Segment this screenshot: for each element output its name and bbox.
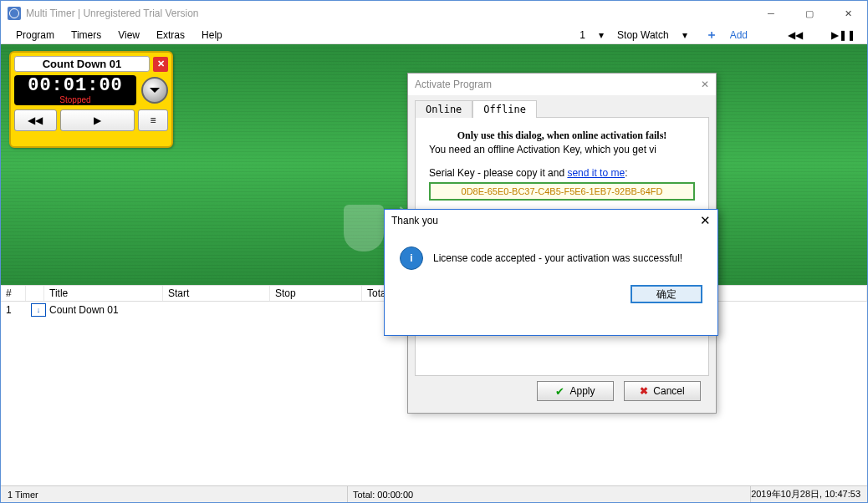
timer-play-button[interactable]: ▶ [60,109,135,131]
menu-extras[interactable]: Extras [148,28,193,43]
info-icon: i [400,246,423,270]
timer-time: 00:01:00 [14,77,136,95]
timer-card[interactable]: Count Down 01 ✕ 00:01:00 Stopped ◀◀ ▶ ≡ [9,51,173,148]
shield-icon [344,205,384,252]
col-header-title[interactable]: Title [44,286,163,301]
status-total: Total: 00:00:00 [348,490,750,500]
instruction-text: You need an offline Activation Key, whic… [429,144,695,155]
timer-menu-button[interactable]: ≡ [138,109,168,131]
timer-knob[interactable] [141,77,168,104]
thankyou-dialog: Thank you ✕ i License code accepted - yo… [384,209,718,336]
mode-selector[interactable]: Stop Watch [612,29,674,41]
activate-dialog-title: Activate Program [415,79,492,90]
warning-text: Only use this dialog, when online activa… [429,130,695,142]
timer-rewind-button[interactable]: ◀◀ [14,109,57,131]
tab-online[interactable]: Online [415,100,472,118]
menu-program[interactable]: Program [8,28,63,43]
menu-view[interactable]: View [110,28,148,43]
thankyou-message: License code accepted - your activation … [433,252,682,264]
minimize-button[interactable]: ─ [752,1,790,26]
status-timer-count: 1 Timer [6,490,347,500]
timer-display: 00:01:00 Stopped [14,75,136,105]
timer-number[interactable]: 1 [574,29,590,41]
menu-timers[interactable]: Timers [63,28,110,43]
send-link[interactable]: send it to me [567,167,625,179]
col-header-num[interactable]: # [1,286,26,301]
chevron-down-icon[interactable]: ▾ [594,29,609,41]
menubar: Program Timers View Extras Help 1 ▾ Stop… [1,26,867,44]
thankyou-title: Thank you [391,215,438,226]
x-icon: ✖ [640,385,648,397]
window-title: Multi Timer | Unregistered Trial Version [26,8,752,19]
ok-button[interactable]: 确定 [631,285,702,303]
rewind-icon[interactable]: ◀◀ [783,29,808,41]
check-icon: ✔ [555,385,564,398]
cancel-button[interactable]: ✖Cancel [624,381,701,401]
timer-status: Stopped [14,95,136,104]
workspace: Count Down 01 ✕ 00:01:00 Stopped ◀◀ ▶ ≡ … [1,44,867,285]
timer-close-button[interactable]: ✕ [153,57,168,72]
plus-icon: ＋ [701,28,722,43]
col-header-icon[interactable] [26,286,44,301]
tab-offline[interactable]: Offline [472,100,537,118]
close-window-button[interactable]: ✕ [829,1,867,26]
serial-key-field[interactable]: 0D8E-65E0-BC37-C4B5-F5E6-1EB7-92BB-64FD [429,182,695,201]
maximize-button[interactable]: ▢ [790,1,829,26]
row-title: Count Down 01 [44,303,163,317]
activate-close-button[interactable]: ✕ [701,79,709,90]
serial-label: Serial Key - please copy it and [429,167,567,179]
titlebar: Multi Timer | Unregistered Trial Version… [1,1,867,26]
menu-help[interactable]: Help [193,28,231,43]
status-datetime: 2019年10月28日, 10:47:53 [751,488,862,500]
thankyou-close-button[interactable]: ✕ [700,213,711,228]
play-pause-icon[interactable]: ▶❚❚ [826,29,860,41]
app-icon [8,7,21,20]
statusbar: 1 Timer Total: 00:00:00 2019年10月28日, 10:… [1,485,867,502]
add-timer-button[interactable]: ＋Add [696,28,758,43]
timer-title[interactable]: Count Down 01 [14,56,150,72]
row-num: 1 [1,303,26,317]
col-header-start[interactable]: Start [163,286,270,301]
chevron-down-icon[interactable]: ▾ [677,29,692,41]
apply-button[interactable]: ✔Apply [537,381,614,401]
col-header-stop[interactable]: Stop [270,286,362,301]
